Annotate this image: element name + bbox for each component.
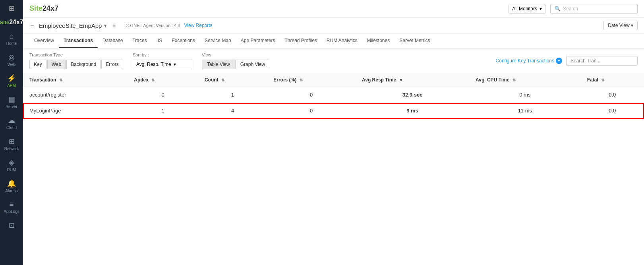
cell-count-2: 4 — [198, 103, 267, 119]
sort-chevron-icon: ▾ — [174, 62, 176, 67]
sort-by-label: Sort by : — [133, 52, 192, 57]
configure-key-transactions-link[interactable]: Configure Key Transactions + — [496, 58, 562, 64]
divider-icon: ≡ — [112, 23, 116, 29]
toolbar-right: Configure Key Transactions + — [496, 56, 638, 66]
web-icon: ◎ — [8, 53, 15, 62]
cell-fatal-1: 0.0 — [581, 87, 644, 103]
col-avg-cpu-time[interactable]: Avg. CPU Time ⇅ — [469, 73, 581, 87]
tab-database[interactable]: Database — [98, 34, 128, 48]
topbar: Site24x7 All Monitors ▾ 🔍 Search — [23, 0, 644, 17]
view-label: View — [202, 52, 270, 57]
sidebar-item-apm[interactable]: ⚡ APM — [0, 72, 23, 90]
tab-iis[interactable]: IIS — [152, 34, 167, 48]
toolbar: Transaction Type Key Web Background Erro… — [23, 48, 644, 73]
col-count[interactable]: Count ⇅ — [198, 73, 267, 87]
title-dropdown-icon[interactable]: ▾ — [104, 23, 107, 29]
tab-service-map[interactable]: Service Map — [200, 34, 236, 48]
cell-fatal-2: 0.0 — [581, 103, 644, 119]
cell-avg-resp-2: 9 ms — [356, 103, 469, 119]
agent-version: DOTNET Agent Version : 4.8 — [124, 23, 180, 28]
cell-avg-resp-1: 32.9 sec — [356, 87, 469, 103]
tab-traces[interactable]: Traces — [128, 34, 151, 48]
col-fatal[interactable]: Fatal ⇅ — [581, 73, 644, 87]
sort-arrow-transaction: ⇅ — [59, 78, 62, 82]
col-apdex[interactable]: Apdex ⇅ — [128, 73, 198, 87]
tab-transactions[interactable]: Transactions — [59, 34, 98, 48]
search-icon: 🔍 — [555, 6, 561, 12]
sort-arrow-errors: ⇅ — [300, 78, 303, 82]
date-view-button[interactable]: Date View ▾ — [603, 21, 638, 30]
network-icon: ⊞ — [9, 137, 15, 146]
page-title-section: EmployeeSite_EmpApp ▾ — [39, 22, 107, 29]
sidebar-item-rum[interactable]: ◈ RUM — [0, 156, 23, 174]
topbar-logo: Site24x7 — [29, 4, 58, 13]
sort-by-select[interactable]: Avg. Resp. Time ▾ — [133, 60, 192, 69]
sort-arrow-count: ⇅ — [221, 78, 224, 82]
rum-icon: ◈ — [9, 158, 14, 167]
sidebar-item-server[interactable]: ▤ Server — [0, 93, 23, 111]
tab-milestones[interactable]: Milestones — [362, 34, 395, 48]
transaction-type-label: Transaction Type — [29, 52, 123, 57]
sort-arrow-cpu: ⇅ — [512, 78, 516, 82]
tab-overview[interactable]: Overview — [29, 34, 59, 48]
btn-errors[interactable]: Errors — [101, 60, 123, 69]
cell-apdex-2: 1 — [128, 103, 198, 119]
table-header-row: Transaction ⇅ Apdex ⇅ Count ⇅ Errors (%)… — [23, 73, 644, 87]
home-icon: ⌂ — [10, 32, 14, 41]
table-container: Transaction ⇅ Apdex ⇅ Count ⇅ Errors (%)… — [23, 73, 644, 265]
tab-server-metrics[interactable]: Server Metrics — [395, 34, 435, 48]
page-title: EmployeeSite_EmpApp — [39, 22, 102, 29]
page-header: ← EmployeeSite_EmpApp ▾ ≡ DOTNET Agent V… — [23, 17, 644, 34]
chevron-down-icon: ▾ — [540, 6, 542, 12]
tab-rum-analytics[interactable]: RUM Analytics — [322, 34, 362, 48]
sidebar-item-cloud[interactable]: ☁ Cloud — [0, 114, 23, 132]
tab-thread-profiles[interactable]: Thread Profiles — [280, 34, 321, 48]
server-icon: ▤ — [8, 95, 15, 104]
sidebar-item-web[interactable]: ◎ Web — [0, 50, 23, 69]
sort-arrow-apdex: ⇅ — [151, 78, 155, 82]
cell-transaction-2: MyLoginPage — [23, 103, 128, 119]
topbar-search[interactable]: 🔍 Search — [550, 4, 638, 14]
col-avg-resp-time[interactable]: Avg Resp Time ▼ — [356, 73, 469, 87]
table-row[interactable]: account/register 0 1 0 32.9 sec 0 ms 0.0 — [23, 87, 644, 103]
table-view-button[interactable]: Table View — [202, 60, 235, 69]
cell-avg-cpu-2: 11 ms — [469, 103, 581, 119]
view-reports-link[interactable]: View Reports — [184, 23, 212, 28]
cloud-icon: ☁ — [8, 116, 15, 125]
col-transaction[interactable]: Transaction ⇅ — [23, 73, 128, 87]
cell-transaction-1: account/register — [23, 87, 128, 103]
topbar-left: Site24x7 — [29, 4, 58, 13]
apm-icon: ⚡ — [7, 74, 16, 83]
cell-avg-cpu-1: 0 ms — [469, 87, 581, 103]
alarms-icon: 🔔 — [7, 179, 16, 188]
transaction-type-group: Key Web Background Errors — [29, 60, 123, 69]
sidebar-item-reports[interactable]: ⊡ — [0, 219, 23, 233]
sidebar-item-home[interactable]: ⌂ Home — [0, 30, 23, 48]
grid-icon[interactable]: ⊞ — [9, 4, 15, 13]
monitor-selector[interactable]: All Monitors ▾ — [509, 4, 545, 14]
sidebar: ⊞ Site24x7 ⌂ Home ◎ Web ⚡ APM ▤ Server ☁… — [0, 0, 23, 265]
sort-by-section: Sort by : Avg. Resp. Time ▾ — [133, 52, 192, 69]
sidebar-item-applogs[interactable]: ≡ AppLogs — [0, 198, 23, 216]
site24x7-logo: Site24x7 — [0, 18, 23, 26]
tab-exceptions[interactable]: Exceptions — [167, 34, 200, 48]
tab-app-parameters[interactable]: App Parameters — [236, 34, 280, 48]
plus-icon: + — [556, 58, 562, 64]
btn-background[interactable]: Background — [66, 60, 101, 69]
back-button[interactable]: ← — [29, 22, 35, 29]
btn-web[interactable]: Web — [47, 60, 66, 69]
sidebar-item-network[interactable]: ⊞ Network — [0, 135, 23, 153]
sort-arrow-avg-resp: ▼ — [399, 78, 403, 82]
search-transactions-input[interactable] — [566, 56, 638, 66]
graph-view-button[interactable]: Graph View — [235, 60, 270, 69]
transaction-type-section: Transaction Type Key Web Background Erro… — [29, 52, 123, 69]
cell-count-1: 1 — [198, 87, 267, 103]
topbar-right: All Monitors ▾ 🔍 Search — [509, 4, 638, 14]
applogs-icon: ≡ — [10, 200, 14, 209]
nav-tabs: Overview Transactions Database Traces II… — [23, 34, 644, 48]
table-row[interactable]: MyLoginPage 1 4 0 9 ms 11 ms 0.0 — [23, 103, 644, 119]
transactions-table: Transaction ⇅ Apdex ⇅ Count ⇅ Errors (%)… — [23, 73, 644, 119]
btn-key[interactable]: Key — [29, 60, 46, 69]
col-errors-pct[interactable]: Errors (%) ⇅ — [267, 73, 356, 87]
sidebar-item-alarms[interactable]: 🔔 Alarms — [0, 177, 23, 195]
